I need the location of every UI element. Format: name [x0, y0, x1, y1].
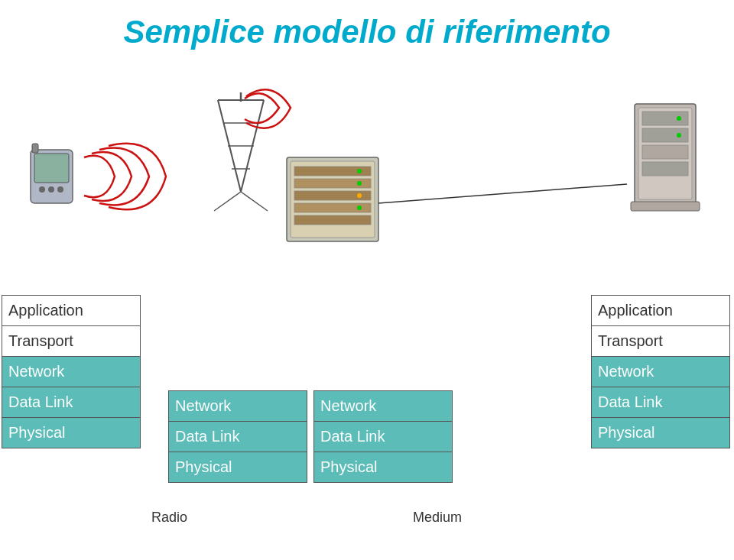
right-transport-layer: Transport	[592, 325, 729, 356]
svg-point-23	[357, 181, 362, 186]
svg-rect-1	[34, 154, 69, 183]
node-mid-right: Network Data Link Physical	[313, 390, 453, 483]
node-right: Application Transport Network Data Link …	[591, 295, 730, 448]
left-network-layer: Network	[2, 356, 140, 387]
svg-point-22	[357, 169, 362, 173]
svg-line-13	[241, 192, 268, 211]
node-left: Application Transport Network Data Link …	[2, 295, 141, 448]
svg-line-35	[378, 184, 627, 203]
svg-point-24	[357, 193, 362, 198]
page-title: Semplice modello di riferimento	[0, 0, 734, 50]
svg-point-25	[357, 206, 362, 210]
svg-rect-30	[642, 145, 688, 159]
svg-rect-32	[631, 202, 700, 211]
svg-point-33	[677, 116, 681, 121]
svg-rect-26	[635, 104, 696, 203]
svg-point-34	[677, 133, 681, 138]
svg-rect-2	[32, 144, 38, 153]
svg-point-4	[48, 186, 54, 193]
left-application-layer: Application	[2, 296, 140, 325]
midright-physical-layer: Physical	[314, 452, 452, 482]
left-datalink-layer: Data Link	[2, 387, 140, 417]
left-transport-layer: Transport	[2, 325, 140, 356]
svg-rect-27	[638, 108, 692, 199]
right-network-layer: Network	[592, 356, 729, 387]
medium-label: Medium	[413, 510, 462, 526]
svg-point-3	[39, 186, 45, 193]
right-application-layer: Application	[592, 296, 729, 325]
radio-label: Radio	[151, 510, 187, 526]
svg-line-6	[218, 100, 241, 192]
svg-rect-21	[294, 215, 371, 225]
svg-rect-16	[291, 161, 375, 238]
svg-line-12	[214, 192, 241, 211]
midleft-datalink-layer: Data Link	[169, 421, 307, 452]
svg-rect-20	[294, 203, 371, 212]
midleft-physical-layer: Physical	[169, 452, 307, 482]
midleft-network-layer: Network	[169, 391, 307, 421]
right-datalink-layer: Data Link	[592, 387, 729, 417]
right-physical-layer: Physical	[592, 417, 729, 448]
midright-network-layer: Network	[314, 391, 452, 421]
svg-rect-28	[642, 112, 688, 125]
midright-datalink-layer: Data Link	[314, 421, 452, 452]
svg-rect-0	[31, 150, 73, 203]
svg-rect-29	[642, 128, 688, 142]
left-physical-layer: Physical	[2, 417, 140, 448]
node-mid-left: Network Data Link Physical	[168, 390, 307, 483]
svg-rect-15	[287, 157, 378, 241]
svg-point-5	[57, 186, 63, 193]
svg-rect-19	[294, 191, 371, 200]
svg-rect-17	[294, 167, 371, 176]
svg-rect-18	[294, 179, 371, 188]
svg-rect-31	[642, 162, 688, 176]
svg-line-7	[241, 100, 264, 192]
